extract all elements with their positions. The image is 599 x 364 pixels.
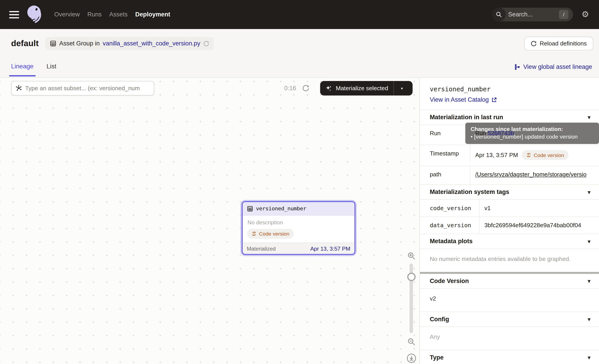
page-header: default Asset Group in vanilla_asset_wit… xyxy=(0,29,599,58)
panel-splitter[interactable] xyxy=(420,272,599,274)
timestamp-value: Apr 13, 3:57 PM xyxy=(475,152,518,159)
nav-tab-assets[interactable]: Assets xyxy=(109,11,128,18)
code-version-badge: Code version xyxy=(522,150,568,160)
run-row-label: Run xyxy=(420,125,470,145)
section-code-version[interactable]: Code Version ▼ xyxy=(420,274,599,289)
asset-node-name: versioned_number xyxy=(256,205,306,211)
section-heading: Type xyxy=(430,354,443,361)
asset-group-icon xyxy=(50,41,56,47)
section-system-tags[interactable]: Materialization system tags ▼ xyxy=(420,185,599,200)
asset-subset-filter[interactable] xyxy=(11,81,154,95)
nav-tab-runs[interactable]: Runs xyxy=(87,11,101,18)
asset-group-file-link[interactable]: vanilla_asset_with_code_version.py xyxy=(103,40,200,47)
code-version-icon xyxy=(251,231,257,236)
tab-lineage[interactable]: Lineage xyxy=(11,62,34,76)
tab-list[interactable]: List xyxy=(47,62,56,76)
gear-icon[interactable]: ⚙ xyxy=(581,10,589,19)
asset-node-description: No description xyxy=(243,216,354,226)
refresh-graph-icon[interactable] xyxy=(302,84,309,92)
code-version-badge-label: Code version xyxy=(534,152,564,158)
search-input[interactable] xyxy=(508,11,554,18)
nav-tabs: Overview Runs Assets Deployment xyxy=(54,11,170,18)
materialize-selected-button[interactable]: Materialize selected ▾ xyxy=(320,81,413,95)
code-version-value: v2 xyxy=(420,289,599,312)
timestamp-row-label: Timestamp xyxy=(420,145,470,162)
view-tabbar: Lineage List View global asset lineage xyxy=(0,58,599,78)
section-config[interactable]: Config ▼ xyxy=(420,312,599,327)
metadata-plots-empty-message: No numeric metadata entries available to… xyxy=(420,249,599,272)
zoom-in-icon[interactable] xyxy=(407,252,416,260)
lineage-canvas[interactable]: 0:16 Materialize selected ▾ xyxy=(0,78,419,364)
reload-definitions-button[interactable]: Reload definitions xyxy=(524,37,593,50)
section-heading: Materialization system tags xyxy=(430,189,509,196)
chevron-down-icon: ▼ xyxy=(588,239,591,244)
chevron-down-icon: ▼ xyxy=(588,317,591,321)
asset-details-panel: versioned_number View in Asset Catalog M… xyxy=(419,78,599,364)
tag-row: code_version v1 xyxy=(420,200,599,217)
path-link[interactable]: /Users/sryza/dagster_home/storage/versio xyxy=(475,171,586,178)
section-type[interactable]: Type ▼ xyxy=(420,350,599,364)
search-box[interactable]: / xyxy=(492,8,573,21)
page-title: default xyxy=(11,38,38,48)
materialize-dropdown-caret[interactable]: ▾ xyxy=(394,86,410,90)
asset-node-footer: Materialized Apr 13, 3:57 PM xyxy=(243,243,354,254)
view-in-asset-catalog-link[interactable]: View in Asset Catalog xyxy=(430,96,589,103)
lineage-graph-icon xyxy=(514,64,520,70)
chevron-down-icon: ▼ xyxy=(588,190,591,194)
run-id: 5268743b xyxy=(488,130,514,136)
materialize-selected-label: Materialize selected xyxy=(336,85,388,92)
section-heading: Config xyxy=(430,316,449,323)
download-graph-icon[interactable] xyxy=(406,353,416,363)
view-global-asset-lineage-link[interactable]: View global asset lineage xyxy=(514,62,592,70)
top-nav: Overview Runs Assets Deployment / ⚙ xyxy=(0,0,599,29)
reload-definitions-label: Reload definitions xyxy=(540,40,587,47)
section-heading: Metadata plots xyxy=(430,238,473,245)
nav-tab-deployment[interactable]: Deployment xyxy=(135,11,170,18)
refresh-icon[interactable] xyxy=(203,41,210,47)
asset-node-header: versioned_number xyxy=(243,202,354,215)
menu-icon[interactable] xyxy=(9,11,19,18)
materialized-timestamp[interactable]: Apr 13, 3:57 PM xyxy=(310,245,350,251)
chevron-down-icon: ▼ xyxy=(588,279,591,283)
search-shortcut-key: / xyxy=(559,10,568,19)
code-version-icon xyxy=(526,152,531,158)
zoom-out-icon[interactable] xyxy=(407,338,416,346)
run-link[interactable]: Run 5268743b xyxy=(475,130,514,136)
section-heading: Code Version xyxy=(430,277,469,285)
asset-selection-icon xyxy=(15,85,22,92)
main-area: 0:16 Materialize selected ▾ xyxy=(0,78,599,364)
nav-right: / ⚙ xyxy=(492,0,599,29)
tag-key: code_version xyxy=(420,200,479,217)
zoom-slider-handle[interactable] xyxy=(407,273,416,281)
breadcrumb: Asset Group in vanilla_asset_with_code_v… xyxy=(45,37,214,50)
asset-node-versioned-number[interactable]: versioned_number No description xyxy=(242,201,355,255)
chevron-down-icon: ▼ xyxy=(588,115,591,120)
timestamp-row: Timestamp Apr 13, 3:57 PM xyxy=(420,145,599,166)
tag-value: 3bfc269594ef649228e9a74bab00f04 xyxy=(479,217,599,234)
sparkle-icon xyxy=(325,85,332,92)
external-link-icon xyxy=(492,97,497,102)
asset-group-prefix: Asset Group in xyxy=(59,40,100,47)
tag-value: v1 xyxy=(479,200,599,217)
refresh-timer: 0:16 xyxy=(284,85,296,92)
materialized-status-label: Materialized xyxy=(247,245,276,251)
code-version-badge: Code version xyxy=(247,229,293,239)
config-value: Any xyxy=(420,327,599,350)
app-window: Overview Runs Assets Deployment / ⚙ defa… xyxy=(0,0,599,364)
nav-tab-overview[interactable]: Overview xyxy=(54,11,80,18)
tag-key: data_version xyxy=(420,217,479,234)
asset-subset-input[interactable] xyxy=(25,85,150,92)
tag-row: data_version 3bfc269594ef649228e9a74bab0… xyxy=(420,217,599,234)
reload-icon xyxy=(531,41,537,47)
code-version-badge-label: Code version xyxy=(259,231,289,236)
panel-asset-name: versioned_number xyxy=(430,86,589,93)
section-heading: Materialization in last run xyxy=(430,114,503,121)
path-row-label: path xyxy=(420,166,470,184)
section-metadata-plots[interactable]: Metadata plots ▼ xyxy=(420,234,599,249)
search-icon xyxy=(492,8,506,21)
dagster-logo-icon[interactable] xyxy=(25,4,44,25)
path-row: path /Users/sryza/dagster_home/storage/v… xyxy=(420,166,599,185)
view-in-asset-catalog-label: View in Asset Catalog xyxy=(430,96,489,103)
table-icon xyxy=(247,206,253,211)
view-global-asset-lineage-label: View global asset lineage xyxy=(523,63,592,70)
